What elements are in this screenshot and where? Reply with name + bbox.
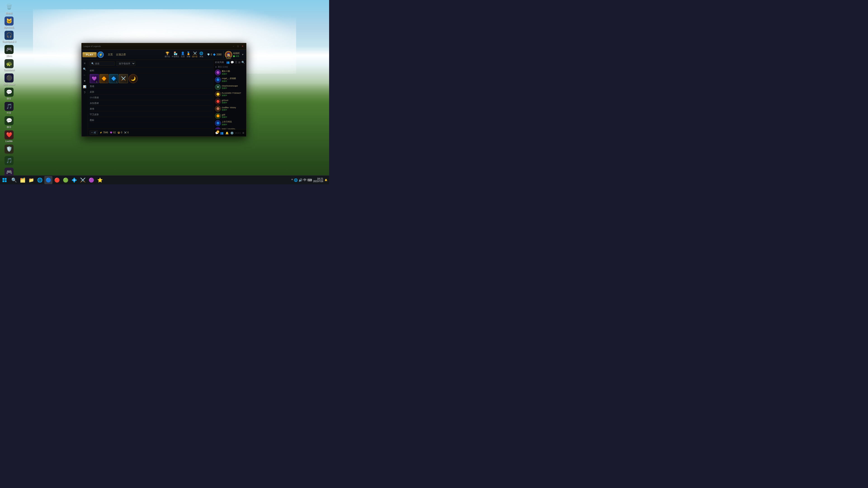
friend-avatar-9: 🟣: [215, 127, 221, 129]
friend-avatar-3: ⚔️: [215, 84, 221, 90]
taskbar-search-icon[interactable]: 🔍: [10, 176, 18, 184]
minimize-button[interactable]: －: [232, 45, 235, 48]
taskbar-explorer-app[interactable]: 📁: [27, 176, 35, 184]
taskbar-discord-app[interactable]: 🟣: [87, 176, 95, 184]
profile-menu-icon[interactable]: ▼: [242, 53, 244, 56]
system-tray-icons: ^ 🌐 🔊 中 ⌨: [291, 178, 312, 182]
settings-footer-icon[interactable]: ⚙️: [230, 130, 235, 136]
sidebar-chart-icon[interactable]: 📊: [82, 84, 87, 89]
sidebar-search-icon[interactable]: 🔍: [82, 67, 87, 72]
tray-volume-icon[interactable]: 🔊: [299, 178, 303, 182]
desktop-icon-wechat[interactable]: 💬 微信: [1, 88, 17, 100]
friend-item-2[interactable]: 🔵 Angel_...奶猫酱 游戏中: [214, 76, 246, 84]
search-icon: 🔍: [91, 62, 94, 65]
nav-yundings[interactable]: 云顶之弈: [115, 52, 127, 57]
item-card-sword[interactable]: ⚔️: [119, 74, 128, 83]
category-heroes-header[interactable]: 英雄: [90, 84, 212, 89]
notification-center-icon[interactable]: 🔔: [324, 179, 327, 181]
friend-item-6[interactable]: 🟤 Godlike· Victory 游戏中: [214, 105, 246, 112]
friend-item-4[interactable]: 🟡 FLAGGED 77203427 游戏中: [214, 91, 246, 98]
category-ward-skins-header[interactable]: 守卫皮肤: [90, 112, 212, 117]
tray-expand-icon[interactable]: ^: [291, 178, 293, 182]
friend-item-5[interactable]: 🔴 g0Soul· 游戏中: [214, 98, 246, 105]
extra-settings-icon[interactable]: ⚙: [241, 131, 245, 135]
friend-info-2: Angel_...奶猫酱 游戏中: [222, 77, 245, 83]
sidebar-menu-icon[interactable]: ≡: [82, 61, 87, 66]
friend-avatar-5: 🔴: [215, 98, 221, 104]
friend-item-9[interactable]: 🟣 Maki丨Honkita· 游戏中: [214, 127, 246, 129]
close-button[interactable]: ✕: [241, 45, 244, 48]
item-card-purple[interactable]: 💜 62: [90, 74, 99, 83]
taskbar-chrome-app[interactable]: 🔵: [44, 176, 53, 184]
sidebar-help-icon[interactable]: ?: [82, 90, 87, 95]
friends-search-icon[interactable]: 🔍: [241, 61, 245, 64]
play-button[interactable]: PLAY: [83, 52, 96, 57]
mymicool-label: MymicooL: [4, 26, 14, 29]
start-button[interactable]: [0, 175, 9, 185]
desktop-icon-liveme[interactable]: ❤️ LiveMe: [1, 130, 17, 143]
desktop-icon-recycle[interactable]: 🗑️ 回收站: [1, 2, 17, 15]
taskbar-gaming-app[interactable]: 🟢: [61, 176, 70, 184]
category-eternal-header[interactable]: 永恒星碑: [90, 101, 212, 106]
desktop-icon-mymicool[interactable]: 🐱 MymicooL: [1, 17, 17, 29]
friends-group-icon[interactable]: 👥: [226, 61, 230, 64]
nav-store[interactable]: 🏪 中道商店: [172, 52, 179, 58]
desktop-icon-wechat2[interactable]: 💬 微信: [1, 116, 17, 129]
wechat2-icon: 💬: [4, 116, 13, 125]
cart-button[interactable]: + 🛒: [90, 130, 98, 135]
taskbar-clock[interactable]: 18:21 2023/7/26: [313, 177, 323, 183]
tray-ime-icon[interactable]: 中: [303, 178, 307, 182]
category-emotes-header[interactable]: 表情: [90, 107, 212, 111]
collapse-icon[interactable]: ▼: [215, 66, 217, 68]
sort-select[interactable]: 按字母排序: [116, 61, 135, 66]
sidebar-star-icon[interactable]: ★: [82, 78, 87, 84]
friend-item-7[interactable]: 🟠 giiill 游戏中: [214, 112, 246, 120]
friend-item-1[interactable]: 🟣 魔女小圆· 游戏中: [214, 69, 246, 76]
clock-time: 18:21: [313, 177, 323, 180]
friend-item-8[interactable]: 🔵 上学乃哥玑 游戏中: [214, 120, 246, 127]
friends-list-icon[interactable]: ☰: [235, 61, 237, 64]
desktop-icon-obs[interactable]: ⚫ OBS Studio: [1, 73, 17, 86]
tray-keyboard-icon[interactable]: ⌨: [307, 178, 312, 182]
nav-life[interactable]: 👤 生涯: [181, 52, 185, 58]
item-card-circle[interactable]: 🌙: [129, 74, 138, 83]
taskbar-antivirus-app[interactable]: 🔴: [53, 176, 61, 184]
profile-area[interactable]: 🧙 182 叱咄旺 在线 ▼: [223, 51, 245, 58]
category-skins-header[interactable]: 皮肤: [90, 90, 212, 94]
maximize-button[interactable]: □: [236, 45, 240, 48]
taskbar-steam-app[interactable]: 💠: [70, 176, 78, 184]
desktop-icon-spotify[interactable]: 🎵: [1, 156, 17, 166]
tray-network-icon[interactable]: 🌐: [294, 178, 298, 182]
desktop-icon-shield[interactable]: 🛡️: [1, 144, 17, 154]
taskbar-lol-app[interactable]: ⚔️: [79, 176, 87, 184]
friend-name-6: Godlike· Victory: [222, 106, 245, 109]
friends-chat-icon[interactable]: 💬: [230, 61, 234, 64]
desktop-icon-tiktok[interactable]: 🎵 抖音: [1, 102, 17, 114]
desktop-icon-1bets[interactable]: 🎮 1Bets: [1, 45, 17, 57]
nav-home[interactable]: 主页: [106, 52, 114, 57]
nav-clash[interactable]: ⚔️ 战斗证: [192, 52, 197, 58]
category-materials-header: 材料: [90, 68, 212, 73]
taskbar-misc-app[interactable]: ⭐: [96, 176, 104, 184]
category-little-heroes-header[interactable]: 小小英雄: [90, 95, 212, 100]
taskbar-edge-app[interactable]: 🌐: [36, 176, 44, 184]
search-box[interactable]: 🔍: [90, 61, 115, 66]
item-card-teal[interactable]: 🔷 6: [109, 74, 118, 83]
bell-footer-icon[interactable]: 🔔: [225, 130, 229, 136]
item-card-gold[interactable]: 🔶 0: [99, 74, 108, 83]
search-input[interactable]: [95, 62, 113, 65]
chat-footer-icon[interactable]: 💬 19: [215, 130, 219, 136]
nav-community[interactable]: 🌐 网域: [199, 52, 203, 58]
category-icons-header[interactable]: 图标: [90, 118, 212, 123]
desktop-icon-teamspeak[interactable]: 🎧 TeamSpeak 3: [1, 31, 17, 43]
friends-grid-icon[interactable]: ⊞: [238, 61, 241, 64]
taskbar-task-view-icon[interactable]: 🗂️: [19, 176, 27, 184]
friend-item-3[interactable]: ⚔️ cloaclovesescape 游戏中: [214, 84, 246, 91]
tiktok-icon: 🎵: [4, 102, 13, 111]
nav-pass[interactable]: 🏆 通行证: [164, 52, 170, 58]
sidebar-arrow-icon[interactable]: ←: [82, 72, 87, 77]
desktop-icon-taskmenu[interactable]: 🐢 TaskMenul: [1, 59, 17, 72]
section-name: 聚合 (1/44): [218, 66, 228, 68]
users-footer-icon[interactable]: 👥: [220, 130, 224, 136]
nav-honor[interactable]: 🏅 荣耀: [186, 52, 190, 58]
